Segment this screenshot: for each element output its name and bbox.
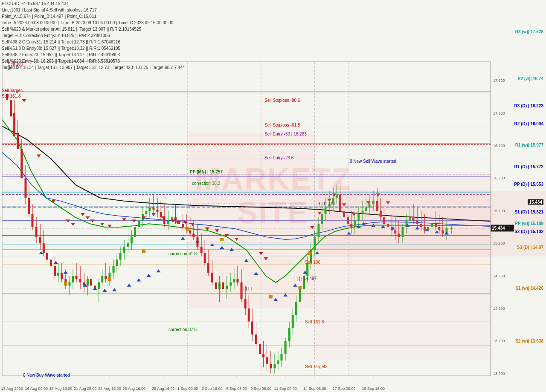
low-14497-label: | | | | 14.497 <box>294 276 317 281</box>
header-line-7: Sell%61.8 D Entry88: 15.527 || Target:13… <box>2 46 185 52</box>
sell-stoploss-88-label: Sell Stoploss -88.6 <box>264 98 300 103</box>
correction-382-label: correction 38.2 <box>192 181 220 186</box>
header-line-1: Line:1961 | Last Signal 4:Sell with stop… <box>2 7 185 13</box>
header-line-6: Sell%38.2 C Entry51: 15.214 || Target:12… <box>2 39 185 45</box>
header-line-10: Target100: 15.34 | Target 161: 13.907 | … <box>2 65 185 71</box>
r3-w-label: R3 (w)| 17.528 <box>515 29 543 34</box>
header-line-5: Target %0: Correction Entry38: 10.825 ||… <box>2 33 185 39</box>
s1-d-label: S1 (D) | 15.321 <box>514 209 543 214</box>
header-line-3: Time_A:2023.09.08 00:00:00 | Time_B:2023… <box>2 20 185 26</box>
r2-d-label: R2 (D) | 16.004 <box>514 121 543 126</box>
r2-w-label: R2 (w)| 16.74 <box>517 76 543 81</box>
sell-target-top-label: Sell Target↓ <box>2 88 24 93</box>
s2-w-label: S2 (w)| 13.638 <box>515 339 543 343</box>
r1-d-label: R1 (D) | 15.772 <box>514 164 543 169</box>
sell-100-label: Sell 100 <box>305 260 320 265</box>
pp-mn-chart-label: PP (MN) | 15.757 <box>190 170 223 174</box>
header-info: ETCUSD,H4 15.587 15.434 15.434 Line:1961… <box>2 1 185 71</box>
header-line-9: Sell %620 Entry-50: 16.263 || Target:14.… <box>2 58 185 64</box>
chart-title: ETCUSD,H4 15.587 15.434 15.434 <box>2 1 185 7</box>
correction-618-label: correction 61.8 <box>168 251 197 256</box>
header-line-4: Sell %620 & Market price onAt: 15.811 ||… <box>2 26 185 32</box>
s1-w-label: S1 (w)| 14.426 <box>515 286 543 291</box>
x-axis <box>0 377 546 384</box>
header-line-8: Sell%38.2 Entry-23: 15.952 || Target:14.… <box>2 52 185 58</box>
r1-w-label: R1 (w)| 15.977 <box>515 143 543 147</box>
s3-d-label: S3 (D) | 14.87 <box>517 245 543 249</box>
correction-875-label: correction 87.5 <box>168 327 197 332</box>
sell-1618-left-label: Sell 161.8 <box>2 94 20 98</box>
pp-d-label: PP (D) | 15.553 <box>514 182 543 187</box>
sell-161-label: Sell 161.8 <box>305 320 324 324</box>
header-line-2: Point_A:15.674 | Point_B:14.497 | Point_… <box>2 14 185 20</box>
sell-stoploss-61-label: Sell Stoploss -61.8 <box>264 123 300 127</box>
s2-d-label: S2 (D) | 15.102 <box>514 229 543 233</box>
sell-target2-label: Sell Target2 <box>305 364 328 369</box>
new-sell-wave-label: 0 New Sell Wave started <box>350 159 396 164</box>
sell-100-top-label: Sell 100 <box>8 62 23 66</box>
sell-entry-50-label: Sell Entry -50 | 16.263 <box>264 132 307 136</box>
pp-w-label: PP (w)| 15.189 <box>515 221 543 226</box>
chart-container: MARKETZSITE ETCUSD,H4 15.587 15.434 15.4… <box>0 0 546 392</box>
sell-entry-236-label: Sell Entry -23.6 <box>264 156 293 160</box>
r3-d-label: R3 (D) | 16.223 <box>514 104 543 108</box>
current-price-label: 15.434 <box>528 199 543 205</box>
